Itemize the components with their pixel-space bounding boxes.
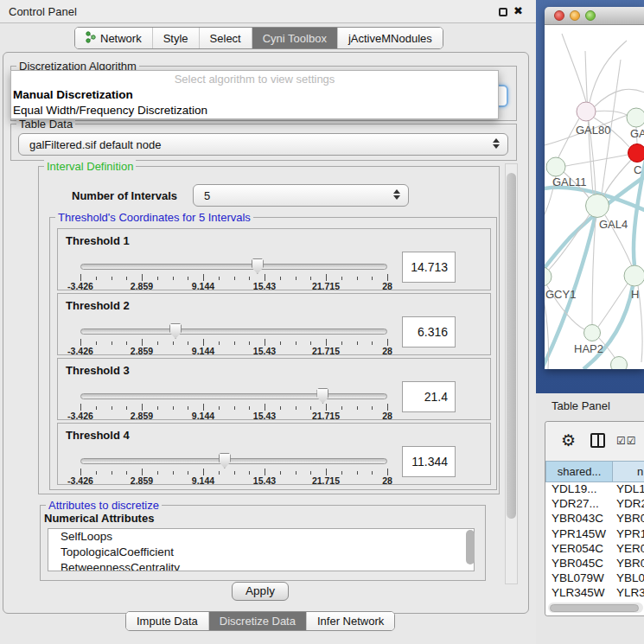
algorithm-option-manual[interactable]: Manual Discretization xyxy=(13,88,133,101)
threshold-1-slider[interactable] xyxy=(80,258,387,276)
float-window-icon[interactable] xyxy=(499,8,507,16)
select-columns-icons[interactable]: ☑☑ xyxy=(616,435,637,447)
cell-shared-name[interactable]: YER054C xyxy=(545,542,613,557)
network-node-gcy1[interactable] xyxy=(545,267,552,286)
network-node-gal4[interactable] xyxy=(586,194,609,218)
tab-select[interactable]: Select xyxy=(200,28,252,48)
table-row[interactable]: YDR27...YDR2 xyxy=(545,497,644,512)
slider-tick xyxy=(203,274,204,281)
slider-tick xyxy=(341,406,342,410)
slider-tick xyxy=(280,341,281,345)
cell-shared-name[interactable]: YDL19... xyxy=(545,482,613,497)
slider-tick xyxy=(265,404,265,411)
tab-impute-data[interactable]: Impute Data xyxy=(126,612,209,630)
settings-scrollbar-thumb[interactable] xyxy=(507,173,516,519)
tab-style[interactable]: Style xyxy=(153,28,200,48)
table-data-combobox[interactable]: galFiltered.sif default node xyxy=(18,133,508,156)
slider-tick-label: 21.715 xyxy=(312,411,340,421)
cell-shared-name[interactable]: YBL079W xyxy=(545,571,613,586)
tab-network[interactable]: Network xyxy=(75,28,153,48)
slider-tick xyxy=(173,406,174,410)
slider-thumb[interactable] xyxy=(169,323,182,339)
cell-shared-name[interactable]: YDR27... xyxy=(545,497,613,512)
slider-tick xyxy=(280,277,281,280)
network-node-hap2[interactable] xyxy=(584,325,601,341)
numerical-attributes-list[interactable]: SelfLoopsTopologicalCoefficientBetweenne… xyxy=(48,528,475,571)
attribute-list-item[interactable]: BetweennessCentrality xyxy=(48,560,474,571)
network-node-gal11[interactable] xyxy=(546,157,565,176)
cell-name[interactable]: YBR0 xyxy=(613,512,644,526)
cell-name[interactable]: YPR1 xyxy=(613,527,644,542)
threshold-2-value-field[interactable]: 6.316 xyxy=(402,316,456,348)
cell-name[interactable]: YBL0 xyxy=(613,571,644,586)
table-horizontal-scrollbar[interactable] xyxy=(548,603,643,613)
network-window-titlebar[interactable] xyxy=(545,7,644,25)
threshold-1-value-field[interactable]: 14.713 xyxy=(402,252,456,283)
table-row[interactable]: YBL079WYBL0 xyxy=(545,571,644,586)
cell-shared-name[interactable]: YBR045C xyxy=(545,557,613,571)
tab-jactivemnodules[interactable]: jActiveMNodules xyxy=(338,28,443,48)
network-node-bottom-node[interactable] xyxy=(611,357,628,370)
slider-tick-labels: -3.4262.8599.14415.4321.71528 xyxy=(80,346,387,356)
cyni-bottom-tabs: Impute Data Discretize Data Infer Networ… xyxy=(125,611,395,631)
tab-infer-network[interactable]: Infer Network xyxy=(307,612,394,630)
cell-name[interactable]: YBR0 xyxy=(613,557,644,571)
slider-thumb[interactable] xyxy=(252,258,264,274)
network-edge[interactable] xyxy=(565,155,628,166)
split-columns-icon[interactable] xyxy=(590,433,605,448)
threshold-3-slider[interactable] xyxy=(80,388,387,405)
attribute-list-item[interactable]: SelfLoops xyxy=(48,529,474,545)
table-row[interactable]: YLR345WYLR3 xyxy=(545,586,644,601)
table-row[interactable]: YER054CYER0 xyxy=(545,542,644,557)
minimize-traffic-light-icon[interactable] xyxy=(570,10,580,21)
network-edge[interactable] xyxy=(594,89,644,107)
tab-discretize-data[interactable]: Discretize Data xyxy=(209,612,307,630)
table-panel-region: Table Panel ⚙ ☑☑ shared... n YDL19...YDL… xyxy=(536,393,644,644)
column-header-name[interactable]: n xyxy=(613,461,644,482)
stepper-arrows-icon xyxy=(493,138,500,149)
threshold-3-value-field[interactable]: 21.4 xyxy=(402,381,456,412)
network-canvas[interactable]: GAL80GACGAL11GAL4GCY1HHAP2 xyxy=(545,25,644,369)
attribute-list-item[interactable]: TopologicalCoefficient xyxy=(48,545,474,560)
number-of-intervals-combobox[interactable]: 5 xyxy=(193,184,409,207)
algorithm-option-equal-width[interactable]: Equal Width/Frequency Discretization xyxy=(13,104,207,117)
network-node-h-node[interactable] xyxy=(624,265,644,286)
table-row[interactable]: YBR045CYBR0 xyxy=(545,557,644,571)
cell-name[interactable]: YDL1 xyxy=(613,482,644,497)
cell-name[interactable]: YDR2 xyxy=(613,497,644,512)
close-icon[interactable]: ✖ xyxy=(513,4,523,17)
table-row[interactable]: YPR145WYPR1 xyxy=(545,527,644,542)
slider-tick xyxy=(80,404,81,411)
close-traffic-light-icon[interactable] xyxy=(554,10,564,21)
network-edge[interactable] xyxy=(562,34,586,102)
threshold-4-slider[interactable] xyxy=(80,453,387,470)
threshold-2-slider[interactable] xyxy=(80,323,387,341)
slider-tick xyxy=(372,471,373,475)
cell-shared-name[interactable]: YLR345W xyxy=(545,586,613,601)
slider-tick xyxy=(157,406,158,410)
network-node-red-node[interactable] xyxy=(628,144,644,163)
cell-shared-name[interactable]: YBR043C xyxy=(545,512,613,526)
table-horizontal-scrollbar-thumb[interactable] xyxy=(550,604,639,612)
network-edge[interactable] xyxy=(595,111,627,115)
cell-name[interactable]: YLR3 xyxy=(613,586,644,601)
gear-icon[interactable]: ⚙ xyxy=(561,430,576,450)
cell-shared-name[interactable]: YPR145W xyxy=(545,527,613,542)
network-edge[interactable] xyxy=(590,41,627,102)
attributes-list-scrollbar-thumb[interactable] xyxy=(466,530,475,564)
table-row[interactable]: YBR043CYBR0 xyxy=(545,512,644,526)
network-node-node-upper-right[interactable] xyxy=(627,108,644,127)
slider-thumb[interactable] xyxy=(316,388,328,404)
column-header-shared-name[interactable]: shared... xyxy=(545,461,613,482)
table-row[interactable]: YDL19...YDL1 xyxy=(545,482,644,497)
network-node-gal80[interactable] xyxy=(577,102,596,121)
zoom-traffic-light-icon[interactable] xyxy=(585,10,596,21)
slider-thumb[interactable] xyxy=(219,453,231,469)
apply-button[interactable]: Apply xyxy=(232,582,289,601)
threshold-4-value-field[interactable]: 11.344 xyxy=(402,446,456,477)
network-node-label-node-upper-right: GA xyxy=(630,127,644,140)
tab-cyni-toolbox[interactable]: Cyni Toolbox xyxy=(252,28,338,48)
cell-name[interactable]: YER0 xyxy=(613,542,644,557)
network-icon xyxy=(86,31,96,46)
settings-scrollbar[interactable] xyxy=(505,163,518,584)
